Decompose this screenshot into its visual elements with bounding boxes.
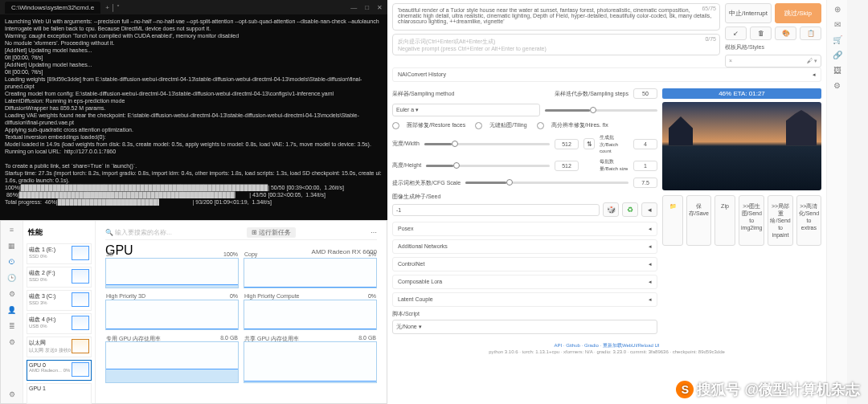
seed-random-button[interactable]: 🎲 [603, 202, 619, 217]
send-img2img-button[interactable]: >>图生图/Send to img2img [739, 195, 764, 246]
accordion-controlnet[interactable]: ControlNet◂ [392, 257, 657, 271]
restore-faces-checkbox[interactable] [392, 122, 399, 129]
negative-prompt-textarea[interactable]: 反向提示词(Ctrl+Enter或Alt+Enter生成) Negative p… [392, 34, 720, 55]
history-icon[interactable]: 🕒 [7, 274, 16, 282]
sidebar-gpu-0[interactable]: GPU 0AMD Radeon... 0% (4%) [27, 360, 92, 381]
rail-icon-2[interactable]: ✉ [834, 20, 841, 29]
taskmgr-main: 🔍 输入要搜索的名称... ⊞ 运行新任务 ⋯ GPU AMD Radeon R… [96, 221, 387, 403]
settings-icon[interactable]: ⚙ [9, 390, 15, 398]
sidebar-disk-1[interactable]: 磁盘 1 (E:)SSD 0% [27, 243, 92, 264]
accordion-additional-networks[interactable]: Additional Networks◂ [392, 239, 657, 254]
seed-label: 图像生成种子/Seed [392, 193, 657, 201]
chart-copy[interactable]: Copy1% [244, 258, 377, 288]
batch-count-value[interactable]: 4 [633, 139, 657, 149]
accordion-posex[interactable]: Posex◂ [392, 222, 657, 236]
watermark: S 搜狐号 @微型计算机杂志 [676, 380, 860, 399]
sampler-label: 采样器/Sampling method [392, 90, 454, 98]
width-slider[interactable] [424, 143, 550, 145]
save-button[interactable]: 保存/Save [686, 195, 711, 246]
steps-value[interactable]: 50 [633, 88, 657, 99]
chart-hp-3d[interactable]: High Priority 3D0% [105, 300, 239, 330]
terminal-output[interactable]: Launching Web UI with arguments: --preci… [0, 14, 387, 209]
zip-button[interactable]: Zip [714, 195, 735, 246]
image-preview[interactable] [662, 102, 821, 190]
rail-icon-3[interactable]: 🛒 [833, 35, 842, 44]
sohu-logo-icon: S [676, 381, 694, 398]
taskmgr-sidebar: 性能 磁盘 1 (E:)SSD 0% 磁盘 2 (F:)SSD 0% 磁盘 3 … [23, 221, 96, 403]
run-task-button[interactable]: ⊞ 运行新任务 [247, 227, 296, 238]
performance-icon[interactable]: ⏲ [8, 258, 15, 266]
sidebar-disk-3[interactable]: 磁盘 3 (C:)SSD 3% [27, 290, 92, 311]
sidebar-ethernet[interactable]: 以太网以太网 发送0 接收0 Kbp [27, 337, 92, 357]
terminal-titlebar[interactable]: C:\Windows\system32\cmd.e + │ ˅ — □ ✕ [0, 0, 387, 14]
cfg-value[interactable]: 7.5 [633, 178, 657, 188]
sidebar-disk-2[interactable]: 磁盘 2 (F:)SSD 0% [27, 267, 92, 288]
details-icon[interactable]: ≣ [9, 322, 15, 330]
terminal-tab[interactable]: C:\Windows\system32\cmd.e [5, 2, 100, 14]
processes-icon[interactable]: ▦ [8, 242, 15, 250]
services-icon[interactable]: ⚙ [9, 338, 15, 346]
terminal-new-tab[interactable]: + │ ˅ [105, 4, 120, 11]
gpu-name: AMD Radeon RX 6600 [312, 248, 377, 255]
batch-size-value[interactable]: 1 [633, 161, 657, 171]
wh-swap-button[interactable]: ⇅ [583, 138, 595, 149]
minimize-icon[interactable]: — [350, 4, 357, 11]
styles-dropdown[interactable]: ×🖌 ▾ [725, 55, 821, 67]
steps-label: 采样迭代步数/Sampling steps [555, 90, 628, 98]
accordion-latent-couple[interactable]: Latent Couple◂ [392, 292, 657, 307]
more-icon[interactable]: ⋯ [371, 229, 377, 236]
chart-shared-mem[interactable]: 共享 GPU 内存使用率8.0 GB [244, 341, 377, 383]
chart-hp-compute[interactable]: High Priority Compute0% [244, 300, 377, 330]
footer-links[interactable]: API · Github · Gradio · 重新加载WebUI/Reload… [392, 342, 821, 349]
clear-button[interactable]: 🗑 [750, 27, 772, 40]
sidebar-gpu-1[interactable]: GPU 1 [27, 383, 92, 404]
height-slider[interactable] [426, 165, 550, 167]
styles-label: 模板风格/Styles [725, 43, 821, 51]
style-apply-button[interactable]: 🎨 [775, 27, 796, 40]
script-label: 脚本/Script [392, 310, 657, 318]
seed-extra-toggle[interactable]: ◂ [641, 202, 657, 217]
progress-bar: 46% ETA: 01:27 [662, 88, 821, 99]
height-value[interactable]: 512 [555, 161, 579, 171]
close-icon[interactable]: ✕ [377, 4, 383, 11]
accordion-composable-lora[interactable]: Composable Lora◂ [392, 275, 657, 289]
cfg-label: 提示词相关系数/CFG Scale [392, 179, 461, 187]
height-label: 高度/Height [392, 161, 421, 169]
rail-icon-1[interactable]: ⊕ [834, 5, 841, 14]
chart-3d[interactable]: 3D100% [105, 258, 239, 288]
terminal-window: C:\Windows\system32\cmd.e + │ ˅ — □ ✕ La… [0, 0, 387, 220]
search-placeholder[interactable]: 🔍 输入要搜索的名称... [105, 228, 172, 237]
seed-reuse-button[interactable]: ♻ [622, 202, 638, 217]
startup-icon[interactable]: ⚙ [9, 290, 15, 298]
script-dropdown[interactable]: 无/None ▾ [392, 320, 657, 334]
send-extras-button[interactable]: >>高清化/Send to extras [796, 195, 821, 246]
interrupt-button[interactable]: 中止/Interrupt [725, 3, 772, 23]
style-save-button[interactable]: 📋 [800, 27, 821, 40]
batch-size-label: 每批数量/Batch size [600, 158, 628, 173]
width-value[interactable]: 512 [555, 139, 579, 149]
prompt-textarea[interactable]: 'beautiful render of a Tudor style house… [392, 3, 720, 31]
seed-input[interactable]: -1 [392, 204, 600, 216]
open-folder-button[interactable]: 📁 [662, 195, 683, 246]
send-inpaint-button[interactable]: >>局部重绘/Send to inpaint [768, 195, 792, 246]
cfg-slider[interactable] [465, 182, 628, 184]
prompt-text: 'beautiful render of a Tudor style house… [398, 7, 711, 24]
hires-checkbox[interactable] [537, 122, 544, 129]
steps-slider[interactable] [545, 109, 657, 112]
maximize-icon[interactable]: □ [365, 4, 369, 11]
tiling-checkbox[interactable] [475, 122, 482, 129]
sampler-dropdown[interactable]: Euler a ▾ [392, 104, 540, 116]
taskmgr-nav-rail: ≡ ▦ ⏲ 🕒 ⚙ 👤 ≣ ⚙ ⚙ [1, 221, 23, 403]
width-label: 宽度/Width [392, 140, 420, 148]
rail-icon-6[interactable]: ⚙ [833, 81, 841, 90]
task-manager-window: ≡ ▦ ⏲ 🕒 ⚙ 👤 ≣ ⚙ ⚙ 性能 磁盘 1 (E:)SSD 0% 磁盘 … [0, 220, 387, 404]
sidebar-disk-4[interactable]: 磁盘 4 (H:)USB 0% [27, 313, 92, 334]
chart-vram[interactable]: 专用 GPU 内存使用率8.0 GB [105, 341, 239, 383]
nai-history-accordion[interactable]: NAIConvert History◂ [392, 67, 821, 82]
users-icon[interactable]: 👤 [7, 306, 16, 314]
skip-button[interactable]: 跳过/Skip [775, 3, 821, 23]
rail-icon-4[interactable]: 🔗 [833, 51, 842, 59]
menu-icon[interactable]: ≡ [10, 226, 14, 234]
arrow-button[interactable]: ↙ [725, 27, 747, 40]
rail-icon-5[interactable]: 🖼 [833, 66, 841, 75]
